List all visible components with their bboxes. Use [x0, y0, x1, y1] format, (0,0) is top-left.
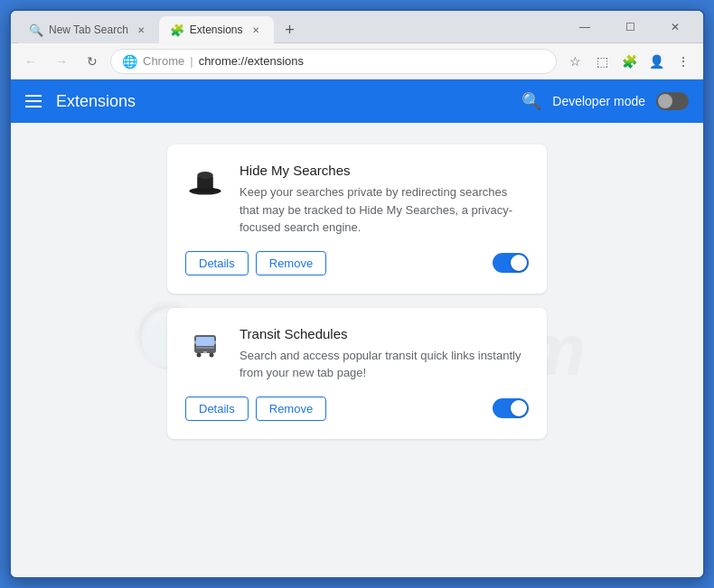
- tab-extensions[interactable]: 🧩 Extensions ✕: [159, 16, 274, 43]
- address-separator: |: [190, 54, 193, 68]
- address-url: chrome://extensions: [199, 54, 304, 68]
- ext2-remove-button[interactable]: Remove: [256, 397, 326, 421]
- globe-icon: 🌐: [122, 54, 137, 69]
- svg-rect-10: [214, 341, 216, 344]
- tab2-label: Extensions: [190, 23, 243, 36]
- ext1-info: Hide My Searches Keep your searches priv…: [240, 163, 529, 237]
- svg-point-7: [210, 352, 214, 357]
- ext1-remove-button[interactable]: Remove: [256, 251, 326, 275]
- extensions-header: Extensions 🔍 Developer mode: [11, 79, 703, 123]
- card-top-2: Transit Schedules Search and access popu…: [185, 326, 529, 382]
- hamburger-line1: [25, 95, 42, 97]
- ext1-toggle-knob: [511, 255, 527, 271]
- toggle-knob: [658, 94, 672, 108]
- ext2-name: Transit Schedules: [240, 326, 529, 341]
- ext1-buttons: Details Remove: [185, 251, 326, 275]
- bookmark-icon[interactable]: ☆: [562, 49, 587, 74]
- ext1-details-button[interactable]: Details: [185, 251, 249, 275]
- ext1-description: Keep your searches private by redirectin…: [240, 183, 529, 237]
- menu-icon[interactable]: ⋮: [671, 49, 696, 74]
- ext1-toggle[interactable]: [493, 253, 529, 273]
- card-bottom-2: Details Remove: [185, 397, 529, 421]
- ext2-details-button[interactable]: Details: [185, 397, 249, 421]
- svg-rect-5: [196, 347, 214, 349]
- screenshot-icon[interactable]: ⬚: [589, 49, 615, 74]
- ext2-info: Transit Schedules Search and access popu…: [240, 326, 529, 382]
- svg-rect-4: [196, 337, 214, 346]
- tab1-close-button[interactable]: ✕: [134, 23, 148, 37]
- reload-button[interactable]: ↻: [80, 49, 105, 74]
- svg-point-2: [197, 172, 213, 179]
- extensions-page-title: Extensions: [56, 92, 136, 111]
- maximize-button[interactable]: ☐: [609, 13, 651, 42]
- ext2-buttons: Details Remove: [185, 397, 326, 421]
- card-top-1: Hide My Searches Keep your searches priv…: [185, 163, 529, 237]
- svg-point-6: [197, 352, 202, 357]
- address-input[interactable]: 🌐 Chrome | chrome://extensions: [110, 49, 557, 74]
- svg-rect-8: [203, 351, 207, 353]
- window-controls: — ☐ ✕: [564, 13, 696, 42]
- ext2-toggle[interactable]: [493, 398, 529, 418]
- extensions-content: 🔍 risky.com Hide My Searches: [11, 123, 703, 577]
- minimize-button[interactable]: —: [564, 13, 606, 42]
- hamburger-menu-button[interactable]: [25, 95, 42, 107]
- search-icon-header[interactable]: 🔍: [521, 91, 541, 111]
- back-button[interactable]: ←: [18, 49, 43, 74]
- tab-area: 🔍 New Tab Search ✕ 🧩 Extensions ✕ +: [18, 11, 557, 42]
- hamburger-line2: [25, 100, 42, 102]
- ext2-description: Search and access popular transit quick …: [240, 347, 529, 382]
- close-button[interactable]: ✕: [654, 13, 696, 42]
- developer-mode-label: Developer mode: [552, 94, 645, 108]
- header-right: 🔍 Developer mode: [521, 91, 689, 111]
- puzzle-tab-icon: 🧩: [170, 23, 184, 37]
- ext1-name: Hide My Searches: [240, 163, 529, 178]
- card-bottom-1: Details Remove: [185, 251, 529, 275]
- extensions-icon[interactable]: 🧩: [616, 49, 642, 74]
- ext2-toggle-knob: [511, 400, 527, 416]
- hamburger-line3: [25, 106, 42, 107]
- tab1-label: New Tab Search: [49, 23, 128, 36]
- hide-my-searches-icon: [185, 163, 225, 202]
- tab2-close-button[interactable]: ✕: [249, 23, 263, 37]
- search-tab-icon: 🔍: [29, 23, 43, 37]
- new-tab-button[interactable]: +: [277, 17, 303, 42]
- toolbar-icons: ☆ ⬚ 🧩 👤 ⋮: [562, 49, 696, 74]
- title-bar: 🔍 New Tab Search ✕ 🧩 Extensions ✕ + — ☐ …: [11, 11, 703, 43]
- developer-mode-toggle[interactable]: [656, 92, 689, 110]
- transit-schedules-icon: [185, 326, 225, 366]
- svg-rect-9: [194, 341, 196, 344]
- forward-button[interactable]: →: [49, 49, 74, 74]
- tab-new-tab-search[interactable]: 🔍 New Tab Search ✕: [18, 16, 159, 43]
- address-chrome-label: Chrome: [143, 54, 184, 68]
- browser-window: 🔍 New Tab Search ✕ 🧩 Extensions ✕ + — ☐ …: [9, 9, 705, 579]
- header-left: Extensions: [25, 92, 136, 111]
- extension-card-hide-my-searches: Hide My Searches Keep your searches priv…: [167, 145, 547, 294]
- address-bar: ← → ↻ 🌐 Chrome | chrome://extensions ☆ ⬚…: [11, 43, 703, 79]
- profile-icon[interactable]: 👤: [644, 49, 669, 74]
- extension-card-transit-schedules: Transit Schedules Search and access popu…: [167, 308, 547, 439]
